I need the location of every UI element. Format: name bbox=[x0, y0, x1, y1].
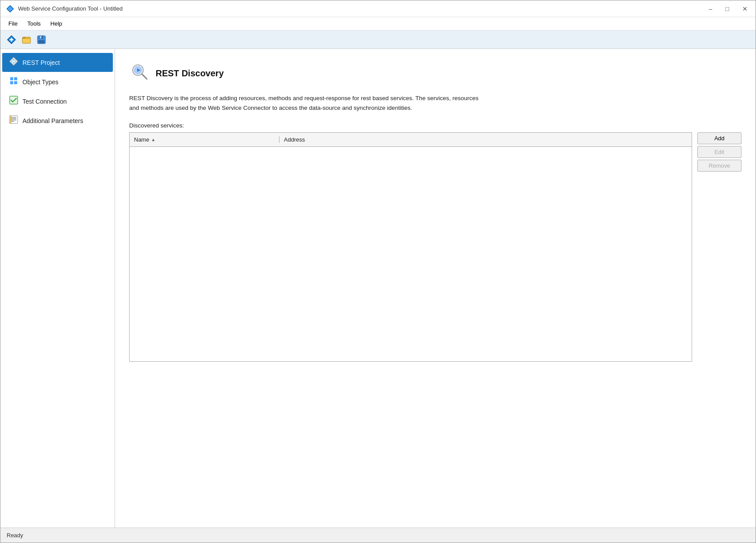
add-button[interactable]: Add bbox=[697, 132, 741, 144]
sidebar-item-additional-parameters[interactable]: Additional Parameters bbox=[2, 111, 113, 130]
rest-discovery-icon bbox=[129, 61, 149, 86]
status-text: Ready bbox=[7, 532, 23, 539]
content-title: REST Discovery bbox=[156, 68, 224, 79]
titlebar-left: Web Service Configuration Tool - Untitle… bbox=[6, 4, 123, 13]
menubar: File Tools Help bbox=[0, 17, 756, 30]
side-buttons: Add Edit Remove bbox=[697, 132, 741, 172]
remove-button[interactable]: Remove bbox=[697, 160, 741, 172]
additional-parameters-icon bbox=[8, 115, 19, 127]
statusbar: Ready bbox=[0, 528, 756, 543]
table-body bbox=[130, 147, 692, 361]
content-header: REST Discovery bbox=[129, 61, 741, 86]
titlebar: Web Service Configuration Tool - Untitle… bbox=[0, 0, 756, 17]
test-connection-icon bbox=[8, 95, 19, 107]
save-button[interactable] bbox=[35, 33, 48, 46]
rest-project-icon bbox=[8, 56, 19, 68]
column-name-label: Name bbox=[134, 136, 149, 143]
table-header: Name ▲ Address bbox=[130, 133, 692, 147]
edit-button[interactable]: Edit bbox=[697, 146, 741, 158]
sidebar-item-rest-project[interactable]: REST Project bbox=[2, 53, 113, 72]
svg-line-30 bbox=[142, 74, 147, 79]
object-types-icon bbox=[8, 76, 19, 88]
svg-rect-18 bbox=[14, 77, 17, 80]
svg-rect-11 bbox=[40, 36, 41, 38]
new-button[interactable] bbox=[5, 33, 18, 46]
sidebar-item-label-test-connection: Test Connection bbox=[22, 98, 67, 105]
main-area: REST Project Object Types Test Connect bbox=[0, 49, 756, 528]
sidebar-item-label-object-types: Object Types bbox=[22, 79, 58, 86]
svg-rect-20 bbox=[14, 81, 17, 84]
sidebar-item-test-connection[interactable]: Test Connection bbox=[2, 92, 113, 111]
maximize-button[interactable]: □ bbox=[723, 4, 732, 13]
sidebar-item-label-rest-project: REST Project bbox=[22, 59, 60, 66]
svg-rect-7 bbox=[22, 38, 30, 43]
svg-rect-27 bbox=[10, 116, 11, 124]
menu-help[interactable]: Help bbox=[46, 19, 67, 28]
svg-rect-19 bbox=[10, 81, 13, 84]
open-button[interactable] bbox=[20, 33, 33, 46]
services-area: Name ▲ Address Add Edit Remove bbox=[129, 132, 741, 362]
sidebar: REST Project Object Types Test Connect bbox=[0, 49, 115, 528]
app-icon bbox=[6, 4, 15, 13]
column-address[interactable]: Address bbox=[279, 136, 692, 143]
window-title: Web Service Configuration Tool - Untitle… bbox=[18, 5, 123, 12]
column-address-label: Address bbox=[284, 136, 305, 143]
content-area: REST Discovery REST Discovery is the pro… bbox=[115, 49, 756, 528]
sidebar-item-label-additional-parameters: Additional Parameters bbox=[22, 117, 83, 124]
close-button[interactable]: ✕ bbox=[740, 4, 750, 13]
content-description: REST Discovery is the process of adding … bbox=[129, 94, 482, 112]
services-label: Discovered services: bbox=[129, 122, 741, 129]
svg-rect-8 bbox=[22, 37, 26, 38]
window-controls: – □ ✕ bbox=[706, 4, 750, 13]
services-table: Name ▲ Address bbox=[129, 132, 692, 362]
sidebar-item-object-types[interactable]: Object Types bbox=[2, 72, 113, 91]
menu-tools[interactable]: Tools bbox=[23, 19, 45, 28]
column-name[interactable]: Name ▲ bbox=[130, 136, 279, 143]
sort-arrow-icon: ▲ bbox=[151, 137, 156, 142]
svg-rect-12 bbox=[38, 40, 45, 43]
menu-file[interactable]: File bbox=[4, 19, 22, 28]
minimize-button[interactable]: – bbox=[706, 4, 715, 13]
toolbar bbox=[0, 30, 756, 49]
svg-rect-17 bbox=[10, 77, 13, 80]
